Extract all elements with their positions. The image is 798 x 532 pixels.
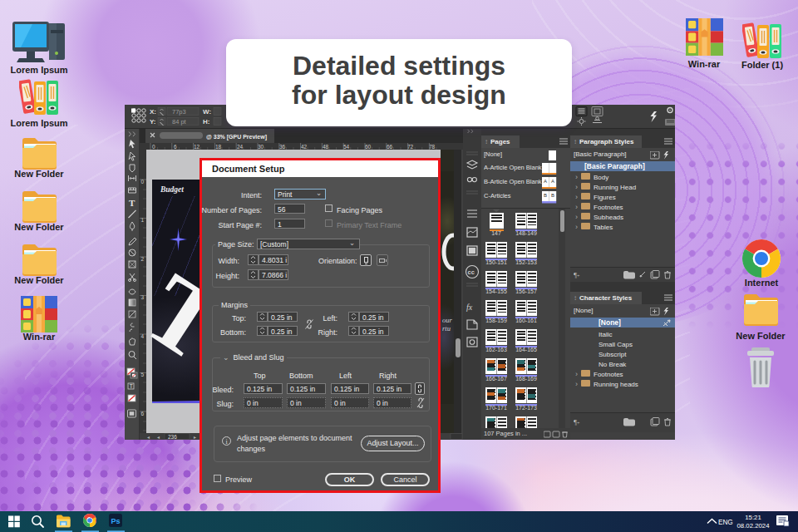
svg-text:T: T: [129, 198, 135, 208]
svg-text:X:: X:: [150, 108, 156, 116]
svg-text:¶+: ¶+: [574, 418, 580, 426]
svg-text:◄: ◄: [146, 435, 150, 440]
svg-text:W:: W:: [203, 108, 211, 116]
svg-text:15:21: 15:21: [745, 514, 761, 521]
svg-text:66: 66: [387, 144, 393, 150]
svg-text:@ 33% [GPU Preview]: @ 33% [GPU Preview]: [206, 134, 267, 140]
svg-text:H:: H:: [203, 118, 209, 126]
svg-text:5: 5: [141, 372, 145, 377]
svg-text:ENG: ENG: [718, 519, 733, 526]
svg-text:Ps: Ps: [111, 517, 120, 525]
svg-text:60: 60: [365, 144, 372, 150]
svg-text:84 pt: 84 pt: [172, 118, 187, 126]
svg-text:36: 36: [279, 144, 286, 150]
svg-text:72: 72: [407, 144, 414, 150]
svg-text:42: 42: [301, 144, 308, 150]
svg-text:¶+: ¶+: [574, 271, 580, 279]
svg-text:cc: cc: [468, 268, 475, 276]
svg-text:12: 12: [194, 144, 200, 150]
svg-text:0: 0: [152, 144, 155, 150]
svg-text:6: 6: [174, 144, 177, 150]
svg-text:30: 30: [258, 144, 264, 150]
svg-text:24: 24: [237, 144, 244, 150]
svg-text:1: 1: [141, 217, 145, 223]
svg-text:08.02.2024: 08.02.2024: [736, 522, 770, 530]
svg-text:77p3: 77p3: [172, 108, 186, 116]
svg-text:78: 78: [429, 144, 436, 150]
svg-text:fx: fx: [466, 303, 473, 312]
svg-text:236: 236: [168, 434, 177, 440]
svg-text:◄: ◄: [156, 435, 160, 440]
svg-text:48: 48: [323, 144, 329, 150]
svg-text:T: T: [130, 383, 133, 389]
svg-text:54: 54: [343, 144, 350, 150]
svg-text:Y:: Y:: [150, 118, 155, 126]
svg-text:3: 3: [141, 294, 145, 300]
svg-text:18: 18: [215, 144, 222, 150]
svg-text:►: ►: [193, 435, 197, 440]
